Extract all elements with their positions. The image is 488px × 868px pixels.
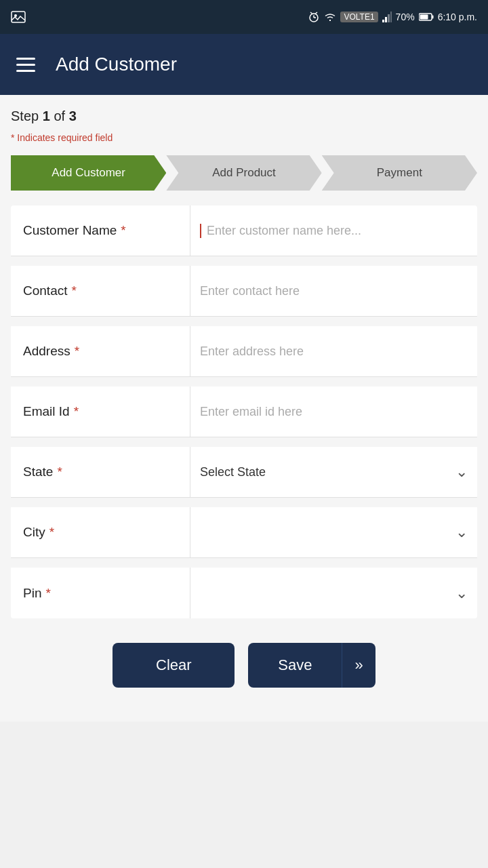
status-bar-right: VOLTE1 70% 6:10 p.m. bbox=[308, 11, 477, 23]
field-address: Address* bbox=[11, 326, 477, 377]
input-wrap-address bbox=[190, 338, 477, 366]
input-wrap-email bbox=[190, 398, 477, 426]
stepper-step-add-customer[interactable]: Add Customer bbox=[11, 155, 166, 191]
svg-line-6 bbox=[316, 12, 318, 14]
svg-rect-10 bbox=[390, 12, 392, 22]
address-input[interactable] bbox=[200, 344, 468, 359]
stepper: Add Customer Add Product Payment bbox=[11, 155, 477, 191]
field-customer-name: Customer Name* bbox=[11, 205, 477, 256]
page-title: Add Customer bbox=[56, 54, 177, 75]
wifi-icon bbox=[324, 12, 336, 22]
image-icon bbox=[11, 11, 26, 23]
svg-rect-8 bbox=[385, 17, 387, 22]
label-pin: Pin* bbox=[11, 568, 190, 618]
chevron-down-icon: ⌄ bbox=[455, 585, 468, 602]
label-contact: Contact* bbox=[11, 266, 190, 316]
input-wrap-contact bbox=[190, 277, 477, 305]
chevron-down-icon: ⌄ bbox=[455, 463, 468, 481]
label-city: City* bbox=[11, 507, 190, 557]
app-header: Add Customer bbox=[0, 34, 488, 95]
clear-button[interactable]: Clear bbox=[113, 643, 235, 688]
pin-select[interactable]: ⌄ bbox=[190, 578, 477, 609]
email-input[interactable] bbox=[200, 405, 468, 419]
state-select[interactable]: Select State ⌄ bbox=[190, 456, 477, 488]
svg-rect-9 bbox=[388, 14, 390, 22]
signal-icon bbox=[382, 12, 392, 22]
form-section: Customer Name* Contact* Address* bbox=[11, 205, 477, 618]
network-label: VOLTE1 bbox=[340, 12, 378, 22]
time-display: 6:10 p.m. bbox=[438, 12, 477, 22]
field-state: State* Select State ⌄ bbox=[11, 447, 477, 498]
step-indicator: Step 1 of 3 bbox=[11, 108, 477, 124]
hamburger-menu[interactable] bbox=[16, 58, 35, 72]
next-button[interactable]: » bbox=[342, 643, 375, 688]
state-select-value: Select State bbox=[200, 465, 455, 479]
status-bar: VOLTE1 70% 6:10 p.m. bbox=[0, 0, 488, 34]
label-state: State* bbox=[11, 447, 190, 497]
city-select[interactable]: ⌄ bbox=[190, 517, 477, 548]
svg-rect-7 bbox=[382, 20, 384, 22]
field-pin: Pin* ⌄ bbox=[11, 568, 477, 618]
field-city: City* ⌄ bbox=[11, 507, 477, 558]
field-contact: Contact* bbox=[11, 266, 477, 317]
label-customer-name: Customer Name* bbox=[11, 205, 190, 256]
save-button[interactable]: Save bbox=[248, 643, 342, 688]
main-content: Step 1 of 3 * Indicates required field A… bbox=[0, 95, 488, 722]
label-email: Email Id* bbox=[11, 387, 190, 437]
contact-input[interactable] bbox=[200, 284, 468, 298]
alarm-icon bbox=[308, 11, 320, 23]
save-button-group: Save » bbox=[248, 643, 375, 688]
field-email: Email Id* bbox=[11, 387, 477, 437]
svg-rect-13 bbox=[420, 15, 428, 20]
status-bar-left bbox=[11, 11, 26, 23]
input-wrap-customer-name bbox=[190, 217, 477, 245]
battery-percent: 70% bbox=[396, 12, 415, 22]
stepper-step-payment[interactable]: Payment bbox=[322, 155, 477, 191]
battery-icon bbox=[419, 12, 434, 22]
svg-line-5 bbox=[310, 12, 312, 14]
label-address: Address* bbox=[11, 326, 190, 376]
chevron-down-icon: ⌄ bbox=[455, 524, 468, 541]
stepper-step-add-product[interactable]: Add Product bbox=[166, 155, 321, 191]
svg-rect-0 bbox=[12, 12, 25, 22]
customer-name-input[interactable] bbox=[200, 224, 468, 238]
required-notice: * Indicates required field bbox=[11, 132, 477, 143]
button-row: Clear Save » bbox=[11, 643, 477, 688]
svg-rect-12 bbox=[432, 16, 433, 19]
